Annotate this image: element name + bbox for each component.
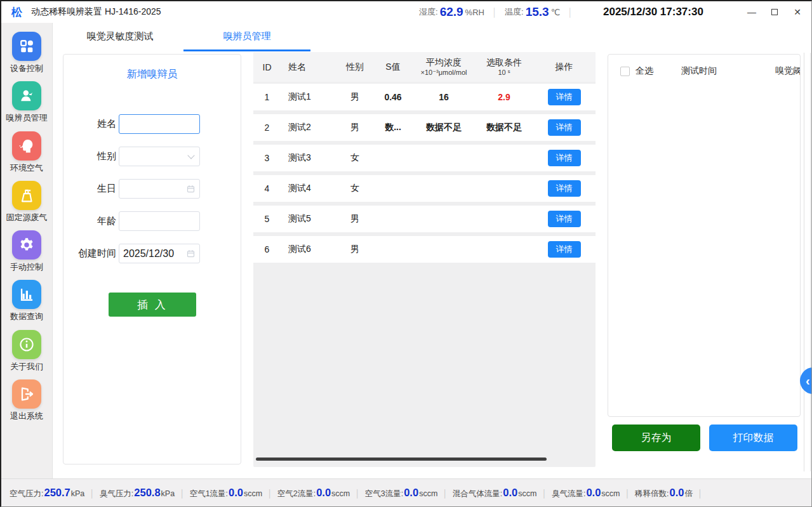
humidity-unit: %RH [465, 8, 484, 17]
col-cond-title: 选取条件 [486, 57, 522, 67]
table-row[interactable]: 1 测试1 男 0.46 16 2.9 详情 [253, 84, 596, 110]
detail-button[interactable]: 详情 [548, 119, 581, 136]
sidebar-item-label: 嗅辨员管理 [1, 114, 52, 122]
divider: │ [625, 489, 630, 498]
divider: │ [568, 8, 573, 17]
table-row[interactable]: 2 测试2 男 数... 数据不足 数据不足 详情 [253, 114, 596, 141]
age-input[interactable] [119, 211, 200, 231]
environment-readouts: 湿度: 62.9 %RH │ 温度: 15.3 ℃ │ [419, 1, 580, 23]
cell-id: 5 [253, 214, 281, 224]
detail-button[interactable]: 详情 [548, 89, 581, 105]
chevron-down-icon [187, 152, 194, 159]
gender-label: 性别 [97, 150, 116, 162]
gear-icon [12, 230, 41, 260]
detail-button[interactable]: 详情 [548, 150, 581, 166]
save-as-button[interactable]: 另存为 [612, 425, 700, 451]
age-row: 年龄 [63, 211, 241, 231]
created-row: 创建时间 2025/12/30 [63, 244, 241, 263]
cell-name: 测试2 [281, 122, 336, 133]
horizontal-scrollbar[interactable] [256, 458, 547, 461]
detail-button[interactable]: 详情 [548, 241, 581, 258]
table-row[interactable]: 5 测试5 男 详情 [253, 206, 596, 232]
maximize-button[interactable] [763, 1, 786, 23]
tabbar: 嗅觉灵敏度测试 嗅辨员管理 [57, 23, 310, 51]
birthday-input[interactable] [119, 179, 200, 199]
cell-gender: 男 [336, 213, 374, 225]
statusbar: 空气压力: 250.7 kPa │ 臭气压力: 250.8 kPa │ 空气1流… [1, 478, 811, 506]
sidebar-item[interactable]: 环境空气 [1, 131, 52, 173]
tab-panelist-management[interactable]: 嗅辨员管理 [183, 23, 310, 51]
info-icon [12, 330, 41, 359]
status-value: 250.8 [134, 487, 160, 499]
calendar-icon [186, 184, 196, 194]
panelist-table: ID 姓名 性别 S值 平均浓度 ×10⁻³μmol/mol 选取条件 10 ˢ… [253, 52, 596, 467]
status-label: 臭气压力: [100, 489, 133, 499]
print-data-button[interactable]: 打印数据 [709, 425, 797, 451]
factory-icon [12, 181, 41, 210]
cell-name: 测试6 [281, 244, 336, 255]
gender-select[interactable] [119, 147, 200, 166]
cell-name: 测试1 [281, 91, 336, 103]
sidebar-item[interactable]: 设备控制 [1, 32, 52, 73]
table-row[interactable]: 6 测试6 男 详情 [253, 236, 596, 263]
sidebar-item[interactable]: 手动控制 [1, 230, 52, 272]
sidebar-item[interactable]: 关于我们 [1, 330, 52, 371]
titlebar: 松 动态稀释嗅辨装置 HJ-1416-2025 湿度: 62.9 %RH │ 温… [1, 1, 811, 23]
col-avg-title: 平均浓度 [426, 57, 462, 67]
col-select-condition: 选取条件 10 ˢ [476, 57, 533, 77]
insert-button[interactable]: 插 入 [109, 293, 196, 317]
cell-name: 测试4 [281, 183, 336, 194]
name-row: 姓名 [63, 114, 241, 134]
cell-condition: 2.9 [476, 92, 533, 102]
cell-gender: 男 [336, 244, 374, 255]
main-area: 嗅觉灵敏度测试 嗅辨员管理 新增嗅辩员 姓名 性别 生日 [53, 23, 811, 478]
sidebar-item[interactable]: 退出系统 [1, 379, 52, 421]
birthday-row: 生日 [63, 179, 241, 199]
created-label: 创建时间 [78, 247, 116, 260]
status-value: 0.0 [229, 487, 243, 499]
sidebar-item[interactable]: 嗅辨员管理 [1, 81, 52, 122]
chevron-left-icon: ‹ [806, 374, 810, 388]
cell-avg: 16 [412, 92, 476, 102]
name-input[interactable] [119, 114, 200, 134]
cell-gender: 男 [336, 91, 374, 103]
status-item: 稀释倍数: 0.0 倍 │ [635, 487, 707, 499]
cell-name: 测试3 [281, 152, 336, 164]
sidebar: 设备控制 嗅辨员管理 环境空气 固定源废气 手动控制 [1, 23, 53, 478]
device-grid-icon [12, 32, 41, 61]
window-title: 动态稀释嗅辨装置 HJ-1416-2025 [31, 6, 161, 18]
detail-button[interactable]: 详情 [548, 180, 581, 197]
panel-collapse-toggle[interactable]: ‹ [800, 367, 812, 394]
temperature-unit: ℃ [551, 8, 561, 17]
form-rows: 姓名 性别 生日 [63, 114, 241, 263]
status-label: 稀释倍数: [635, 489, 669, 499]
divider: │ [180, 489, 185, 498]
status-item: 臭气流量: 0.0 sccm │ [552, 487, 635, 499]
tab-sensitivity-test[interactable]: 嗅觉灵敏度测试 [57, 23, 183, 51]
detail-button[interactable]: 详情 [548, 211, 581, 227]
status-unit: sccm [601, 489, 620, 498]
status-label: 臭气流量: [552, 489, 585, 499]
calendar-icon [186, 249, 196, 258]
sidebar-item[interactable]: 固定源废气 [1, 181, 52, 222]
divider: │ [90, 489, 95, 498]
sidebar-item-label: 关于我们 [1, 362, 52, 371]
select-all-checkbox[interactable] [620, 67, 630, 76]
close-button[interactable]: ✕ [786, 1, 809, 23]
app-window: 松 动态稀释嗅辨装置 HJ-1416-2025 湿度: 62.9 %RH │ 温… [0, 0, 812, 507]
status-unit: sccm [518, 489, 536, 498]
cell-condition: 数据不足 [476, 122, 533, 133]
cell-action: 详情 [533, 211, 596, 227]
col-name: 姓名 [281, 62, 336, 73]
status-label: 空气3流量: [365, 489, 403, 499]
titlebar-left: 松 动态稀释嗅辨装置 HJ-1416-2025 [11, 1, 161, 23]
table-row[interactable]: 4 测试4 女 详情 [253, 175, 596, 202]
minimize-button[interactable]: — [740, 1, 763, 23]
status-unit: sccm [419, 489, 437, 498]
status-value: 250.7 [44, 487, 70, 499]
cell-gender: 女 [336, 183, 374, 194]
sidebar-item[interactable]: 数据查询 [1, 280, 52, 321]
created-date-input[interactable]: 2025/12/30 [119, 244, 200, 263]
table-row[interactable]: 3 测试3 女 详情 [253, 145, 596, 171]
status-unit: kPa [161, 489, 175, 498]
